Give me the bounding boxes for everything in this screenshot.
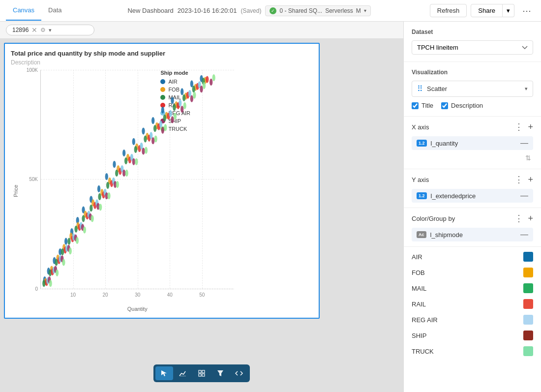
svg-point-49 [98, 193, 101, 200]
topbar-center: New Dashboard 2023-10-16 16:20:01 (Saved… [77, 5, 422, 16]
color-swatch-mail[interactable] [523, 283, 533, 293]
filter-tool-button[interactable] [211, 366, 229, 380]
tab-data[interactable]: Data [41, 0, 68, 21]
chart-tool-button[interactable] [174, 366, 192, 380]
color-item-regair: REG AIR [412, 312, 533, 328]
svg-point-53 [134, 146, 137, 153]
filter-clear-icon[interactable]: ✕ [31, 27, 37, 33]
filter-chip[interactable]: 12896 ✕ ⚙ ▾ [6, 25, 94, 35]
x-axis-add-icon[interactable]: + [528, 122, 533, 132]
filter-bar: 12896 ✕ ⚙ ▾ [0, 22, 403, 39]
svg-point-18 [180, 88, 183, 95]
y-field-name: l_extendedprice [431, 192, 516, 200]
color-group-title: Color/Group by [412, 215, 455, 222]
x-tick-40: 40 [167, 292, 173, 298]
visualization-select[interactable]: ⠿ Scatter ▾ [412, 81, 533, 97]
svg-point-124 [76, 237, 79, 244]
svg-point-117 [190, 95, 193, 102]
title-checkbox[interactable]: Title [412, 102, 433, 109]
chart-title: Total price and quantity by ship mode an… [11, 50, 313, 57]
svg-point-133 [154, 135, 157, 142]
grid-tool-button[interactable] [193, 366, 210, 380]
svg-point-138 [203, 82, 206, 89]
visualization-section: Visualization ⠿ Scatter ▾ Title Descript… [404, 62, 541, 117]
svg-point-114 [161, 127, 164, 134]
color-swatch-ship[interactable] [523, 331, 533, 340]
svg-point-41 [42, 280, 45, 287]
color-group-field: Ac l_shipmode — [412, 228, 533, 241]
select-tool-button[interactable] [155, 366, 173, 380]
svg-point-17 [171, 97, 174, 104]
color-label-ship: SHIP [412, 332, 426, 339]
refresh-button[interactable]: Refresh [430, 4, 467, 17]
y-field-remove-icon[interactable]: — [520, 192, 528, 200]
x-field-remove-icon[interactable]: — [520, 139, 528, 147]
status-dot [270, 7, 276, 14]
color-group-more-icon[interactable]: ⋮ [514, 213, 524, 224]
svg-point-11 [113, 161, 116, 168]
y-axis-add-icon[interactable]: + [528, 175, 533, 185]
svg-point-95 [159, 121, 162, 127]
svg-point-131 [135, 158, 138, 165]
color-label-mail: MAIL [412, 285, 426, 292]
x-sort-icon[interactable]: ⇅ [523, 152, 533, 164]
color-swatch-regair[interactable] [523, 315, 533, 325]
y-axis-more-icon[interactable]: ⋮ [514, 174, 524, 185]
dashboard-title: New Dashboard [127, 7, 173, 14]
dataset-label: Dataset [412, 29, 533, 35]
color-swatch-rail[interactable] [523, 299, 533, 309]
dataset-select[interactable]: TPCH lineitem [412, 40, 533, 55]
svg-point-15 [151, 117, 154, 124]
svg-point-129 [116, 181, 119, 188]
color-field-type-badge: Ac [417, 231, 426, 238]
title-checkbox-input[interactable] [412, 102, 419, 109]
description-checkbox-input[interactable] [441, 102, 448, 109]
code-tool-button[interactable] [230, 366, 248, 380]
topbar: Canvas Data New Dashboard 2023-10-16 16:… [0, 0, 541, 22]
title-desc-checkboxes: Title Description [412, 102, 533, 109]
topbar-right: Refresh Share ▾ ⋯ [430, 3, 535, 18]
y-axis-actions: ⋮ + [514, 174, 533, 185]
color-field-remove-icon[interactable]: — [520, 231, 528, 239]
y-axis-section: Y axis ⋮ + 1.2 l_extendedprice — [404, 169, 541, 208]
filter-settings-icon[interactable]: ⚙ [40, 27, 46, 33]
filter-caret-icon[interactable]: ▾ [49, 27, 52, 33]
more-options-button[interactable]: ⋯ [518, 3, 535, 18]
color-item-air: AIR [412, 249, 533, 265]
svg-point-123 [69, 247, 72, 254]
connection-status: 0 - Shared SQ... [279, 7, 322, 14]
vis-caret-icon: ▾ [525, 86, 528, 92]
visualization-label: Visualization [412, 69, 533, 76]
svg-point-112 [142, 148, 145, 154]
svg-marker-140 [161, 370, 167, 376]
color-swatch-fob[interactable] [523, 268, 533, 277]
svg-point-80 [206, 76, 209, 83]
connection-info[interactable]: 0 - Shared SQ... Serverless M ▾ [265, 5, 370, 16]
color-swatch-truck[interactable] [523, 346, 533, 356]
share-button[interactable]: Share [471, 4, 503, 17]
saved-badge: (Saved) [240, 7, 261, 14]
svg-point-125 [83, 226, 86, 233]
svg-point-51 [115, 170, 118, 177]
color-label-regair: REG AIR [412, 316, 438, 324]
svg-point-48 [90, 205, 92, 211]
color-swatch-air[interactable] [523, 252, 533, 262]
svg-point-47 [82, 215, 85, 222]
svg-point-132 [145, 147, 148, 154]
chart-plot: 100K 50K 0 10 20 30 40 50 [40, 70, 234, 289]
svg-point-43 [55, 259, 58, 266]
color-group-add-icon[interactable]: + [528, 213, 533, 224]
svg-point-56 [163, 115, 166, 121]
tab-canvas[interactable]: Canvas [6, 0, 41, 21]
svg-point-4 [64, 238, 67, 245]
x-axis-more-icon[interactable]: ⋮ [514, 121, 524, 132]
y-tick-100k: 100K [27, 67, 41, 73]
color-field-name: l_shipmode [430, 231, 516, 239]
y-axis-title: Y axis [412, 176, 429, 183]
svg-point-136 [183, 102, 186, 109]
share-caret-button[interactable]: ▾ [503, 4, 514, 17]
grid-line-bottom [41, 289, 234, 289]
description-checkbox[interactable]: Description [441, 102, 483, 109]
svg-point-14 [142, 127, 145, 134]
y-axis-header: Y axis ⋮ + [412, 174, 533, 185]
